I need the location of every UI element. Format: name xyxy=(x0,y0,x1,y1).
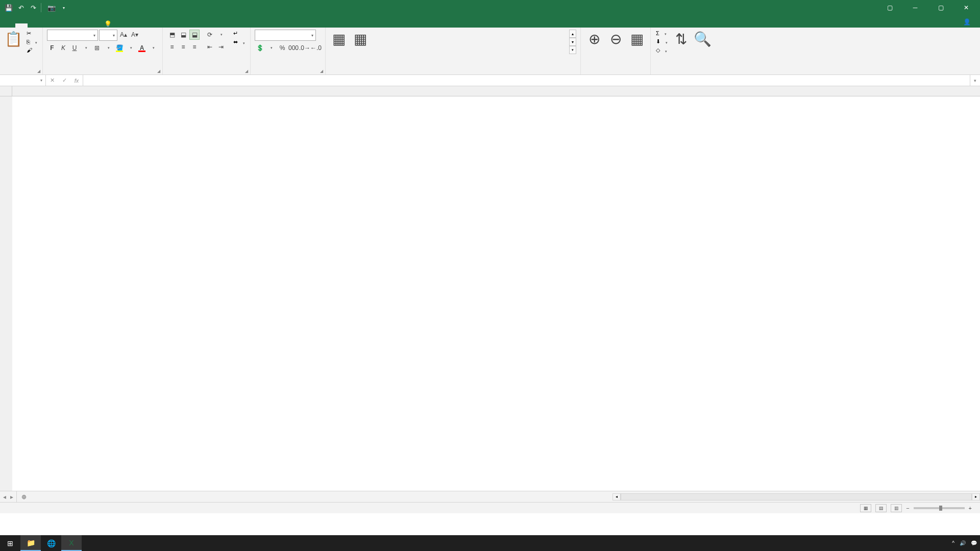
maximize-button[interactable]: ▢ xyxy=(929,0,952,15)
align-left-button[interactable]: ≡ xyxy=(167,42,177,52)
page-break-button[interactable]: ▥ xyxy=(891,504,902,512)
volume-icon[interactable]: 🔊 xyxy=(960,540,966,546)
font-color-dd[interactable] xyxy=(148,43,158,53)
border-dd[interactable] xyxy=(103,43,113,53)
tab-file[interactable] xyxy=(3,23,15,28)
page-layout-button[interactable]: ▤ xyxy=(875,504,887,512)
fx-button[interactable]: fx xyxy=(70,78,83,84)
row-headers[interactable] xyxy=(0,96,12,491)
gallery-down-button[interactable]: ▼ xyxy=(569,38,576,46)
align-top-button[interactable]: ⬒ xyxy=(167,30,177,40)
tab-insert[interactable] xyxy=(28,23,40,28)
fill-button[interactable]: ⬇ xyxy=(655,38,669,45)
undo-icon[interactable]: ↶ xyxy=(16,3,26,12)
border-button[interactable]: ⊞ xyxy=(92,43,102,53)
cancel-formula-button[interactable]: ✕ xyxy=(46,77,58,84)
redo-icon[interactable]: ↷ xyxy=(29,3,38,12)
start-button[interactable]: ⊞ xyxy=(0,535,20,551)
horizontal-scrollbar[interactable]: ◂▸ xyxy=(612,491,980,502)
font-size-combo[interactable]: ▾ xyxy=(99,30,117,41)
align-middle-button[interactable]: ⬓ xyxy=(178,30,188,40)
fill-color-button[interactable]: 🪣 xyxy=(114,43,125,53)
gallery-more-button[interactable]: ▾ xyxy=(569,46,576,54)
copy-button[interactable]: ⎘ xyxy=(26,38,38,45)
underline-dd[interactable] xyxy=(81,43,91,53)
tab-data[interactable] xyxy=(64,23,77,28)
normal-view-button[interactable]: ▦ xyxy=(860,504,871,512)
cell-styles-gallery[interactable] xyxy=(373,30,565,56)
find-select-button[interactable]: 🔍 xyxy=(693,30,712,49)
font-color-button[interactable]: A xyxy=(137,43,147,53)
delete-cells-button[interactable]: ⊖ xyxy=(606,30,625,49)
fill-color-dd[interactable] xyxy=(126,43,136,53)
launcher-icon[interactable]: ◢ xyxy=(320,69,323,73)
gallery-up-button[interactable]: ▲ xyxy=(569,30,576,38)
expand-formula-bar[interactable]: ▾ xyxy=(970,75,980,86)
excel-taskbar[interactable]: X xyxy=(61,535,82,551)
minimize-button[interactable]: ─ xyxy=(903,0,927,15)
tell-me-search[interactable]: 💡 xyxy=(104,20,114,28)
decrease-indent-button[interactable]: ⇤ xyxy=(205,42,215,52)
notification-icon[interactable]: 💬 xyxy=(971,540,977,546)
enter-formula-button[interactable]: ✓ xyxy=(58,77,70,84)
format-painter-button[interactable]: 🖌 xyxy=(26,46,38,54)
align-center-button[interactable]: ≡ xyxy=(178,42,188,52)
launcher-icon[interactable]: ◢ xyxy=(245,69,248,73)
comma-button[interactable]: 000 xyxy=(288,43,299,53)
tab-view[interactable] xyxy=(89,23,101,28)
decrease-decimal-button[interactable]: ←.0 xyxy=(311,43,321,53)
column-headers[interactable] xyxy=(12,86,980,96)
clear-button[interactable]: ◇ xyxy=(655,46,669,54)
insert-cells-button[interactable]: ⊕ xyxy=(585,30,603,49)
conditional-formatting-button[interactable]: ▦ xyxy=(330,30,348,49)
sort-filter-button[interactable]: ⇅ xyxy=(672,30,690,49)
orientation-button[interactable]: ⟳ xyxy=(205,30,215,40)
zoom-slider[interactable] xyxy=(914,507,965,509)
align-bottom-button[interactable]: ⬓ xyxy=(189,30,200,40)
merge-center-button[interactable]: ⬌ xyxy=(232,38,246,46)
autosum-button[interactable]: Σ xyxy=(655,30,669,37)
close-button[interactable]: ✕ xyxy=(954,0,978,15)
accounting-dd[interactable] xyxy=(266,43,276,53)
formula-input[interactable] xyxy=(83,75,970,86)
spreadsheet-grid[interactable] xyxy=(0,86,980,491)
share-button[interactable]: 👤 xyxy=(956,16,980,28)
number-format-combo[interactable]: ▾ xyxy=(255,30,316,41)
align-right-button[interactable]: ≡ xyxy=(189,42,200,52)
orientation-dd[interactable] xyxy=(216,30,226,40)
cut-button[interactable]: ✂ xyxy=(26,30,38,37)
italic-button[interactable]: K xyxy=(58,43,68,53)
paste-button[interactable]: 📋 xyxy=(4,30,22,49)
increase-decimal-button[interactable]: .0→ xyxy=(300,43,310,53)
name-box[interactable]: ▾ xyxy=(0,75,46,86)
underline-button[interactable]: U xyxy=(69,43,80,53)
format-cells-button[interactable]: ▦ xyxy=(628,30,646,49)
save-icon[interactable]: 💾 xyxy=(4,3,13,12)
tray-chevron-icon[interactable]: ^ xyxy=(952,540,954,546)
launcher-icon[interactable]: ◢ xyxy=(37,69,40,73)
system-tray[interactable]: ^ 🔊 💬 xyxy=(952,540,980,546)
qat-customize-icon[interactable]: ▾ xyxy=(59,3,68,12)
cells-area[interactable] xyxy=(12,96,980,491)
font-name-combo[interactable]: ▾ xyxy=(47,30,98,41)
decrease-font-button[interactable]: A▾ xyxy=(130,30,140,40)
add-sheet-button[interactable]: ⊕ xyxy=(17,491,31,502)
zoom-out-button[interactable]: − xyxy=(906,505,909,511)
edge-taskbar[interactable]: 🌐 xyxy=(41,535,61,551)
increase-font-button[interactable]: A▴ xyxy=(118,30,129,40)
select-all-corner[interactable] xyxy=(0,86,12,96)
tab-layout[interactable] xyxy=(40,23,52,28)
increase-indent-button[interactable]: ⇥ xyxy=(216,42,226,52)
format-as-table-button[interactable]: ▦ xyxy=(351,30,370,49)
tab-home[interactable] xyxy=(15,23,28,28)
accounting-button[interactable]: 💲 xyxy=(255,43,265,53)
camera-icon[interactable]: 📷 xyxy=(47,3,56,12)
bold-button[interactable]: F xyxy=(47,43,57,53)
tab-formulas[interactable] xyxy=(52,23,64,28)
sheet-nav[interactable]: ◂▸ xyxy=(0,491,17,502)
wrap-text-button[interactable]: ↵ xyxy=(232,30,246,37)
tab-review[interactable] xyxy=(77,23,89,28)
ribbon-display-icon[interactable]: ▢ xyxy=(878,0,901,15)
file-explorer-taskbar[interactable]: 📁 xyxy=(20,535,41,551)
launcher-icon[interactable]: ◢ xyxy=(157,69,160,73)
